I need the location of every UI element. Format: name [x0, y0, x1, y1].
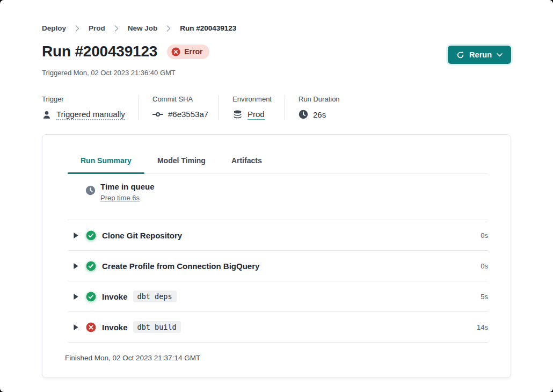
meta-run-duration: Run Duration 26s — [285, 95, 353, 120]
step-title: Create Profile from Connection BigQuery — [102, 262, 259, 271]
step-duration: 0s — [481, 231, 488, 239]
title-line: Run #200439123 Error — [42, 43, 209, 60]
chevron-right-icon — [166, 25, 171, 32]
success-icon — [86, 230, 96, 241]
run-metadata: Trigger Triggered manually Commit SHA #6… — [42, 95, 511, 120]
breadcrumb-deploy[interactable]: Deploy — [42, 24, 66, 32]
queue-title: Time in queue — [100, 182, 155, 191]
triggered-timestamp: Triggered Mon, 02 Oct 2023 21:36:40 GMT — [0, 64, 553, 77]
step-title: Clone Git Repository — [102, 231, 182, 240]
meta-trigger: Trigger Triggered manually — [42, 95, 139, 120]
status-badge-label: Error — [184, 47, 202, 56]
chevron-down-icon — [497, 53, 503, 57]
refresh-icon — [456, 51, 464, 59]
step-row-clone-git[interactable]: Clone Git Repository 0s — [68, 220, 488, 251]
tab-run-summary[interactable]: Run Summary — [68, 149, 144, 173]
tab-model-timing[interactable]: Model Timing — [144, 149, 219, 173]
run-detail-page: Deploy Prod New Job Run #200439123 Run #… — [0, 0, 553, 392]
environment-link[interactable]: Prod — [248, 110, 265, 120]
tab-bar: Run Summary Model Timing Artifacts — [68, 135, 488, 173]
step-row-create-profile[interactable]: Create Profile from Connection BigQuery … — [68, 251, 488, 281]
queue-clock-icon — [85, 185, 96, 195]
header: Run #200439123 Error Rerun — [0, 32, 553, 64]
git-commit-icon — [152, 111, 163, 118]
step-title: Invoke — [102, 323, 128, 332]
commit-sha-value: #6e3553a7 — [168, 110, 208, 119]
chevron-right-icon — [114, 25, 119, 32]
run-summary-card: Run Summary Model Timing Artifacts Time … — [42, 134, 511, 378]
page-title: Run #200439123 — [42, 43, 157, 60]
meta-environment-label: Environment — [232, 95, 272, 103]
database-icon — [232, 110, 243, 119]
person-icon — [42, 110, 52, 120]
step-command: dbt build — [133, 321, 181, 333]
expand-caret-icon[interactable] — [73, 293, 80, 300]
step-row-dbt-deps[interactable]: Invoke dbt deps 5s — [68, 281, 488, 312]
meta-duration-label: Run Duration — [299, 95, 340, 103]
clock-icon — [299, 110, 308, 119]
step-row-dbt-build[interactable]: Invoke dbt build 14s — [68, 312, 488, 343]
expand-caret-icon[interactable] — [73, 232, 80, 239]
tab-artifacts[interactable]: Artifacts — [219, 149, 275, 173]
breadcrumb: Deploy Prod New Job Run #200439123 — [0, 0, 553, 32]
meta-commit-label: Commit SHA — [152, 95, 206, 103]
meta-environment: Environment Prod — [219, 95, 285, 120]
step-duration: 0s — [481, 262, 488, 270]
error-icon — [86, 322, 96, 332]
chevron-right-icon — [75, 25, 79, 32]
step-title: Invoke — [102, 292, 128, 301]
success-icon — [86, 292, 96, 302]
step-list: Time in queue Prep time 6s Clone Git Rep… — [68, 173, 488, 343]
status-badge: Error — [167, 45, 209, 59]
prep-time-link[interactable]: Prep time 6s — [100, 194, 140, 202]
breadcrumb-prod[interactable]: Prod — [89, 24, 105, 32]
run-duration-value: 26s — [313, 110, 326, 119]
breadcrumb-current-run: Run #200439123 — [180, 24, 236, 32]
success-icon — [86, 261, 96, 271]
breadcrumb-new-job[interactable]: New Job — [128, 24, 158, 32]
step-duration: 14s — [477, 323, 488, 331]
error-circle-icon — [171, 47, 180, 56]
trigger-value[interactable]: Triggered manually — [56, 110, 125, 120]
expand-caret-icon[interactable] — [73, 263, 80, 270]
rerun-button-label: Rerun — [469, 50, 492, 59]
step-duration: 5s — [481, 293, 488, 301]
meta-trigger-label: Trigger — [42, 95, 126, 103]
finished-timestamp: Finished Mon, 02 Oct 2023 21:37:14 GMT — [65, 343, 488, 362]
expand-caret-icon[interactable] — [73, 324, 80, 331]
step-command: dbt deps — [133, 291, 177, 302]
rerun-button[interactable]: Rerun — [448, 46, 511, 64]
queue-row: Time in queue Prep time 6s — [68, 173, 488, 220]
meta-commit-sha: Commit SHA #6e3553a7 — [139, 95, 219, 120]
